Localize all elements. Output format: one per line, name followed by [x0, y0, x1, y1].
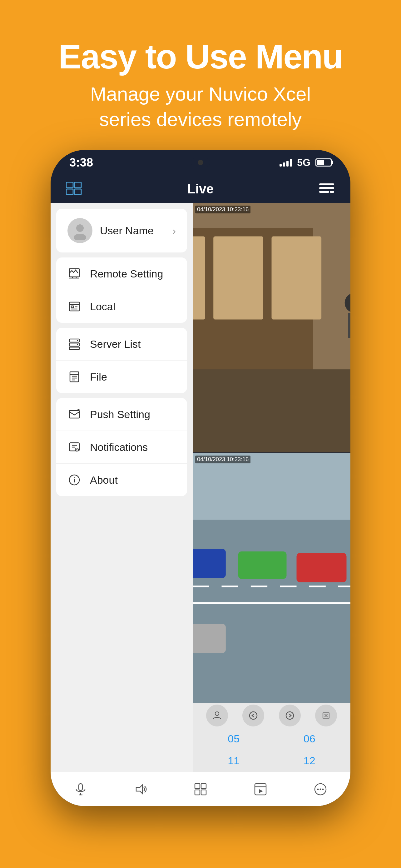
chevron-right-icon: › — [172, 225, 176, 237]
svg-rect-45 — [272, 236, 322, 319]
file-icon — [67, 370, 81, 384]
calendar-row-2: 11 12 — [193, 750, 350, 772]
controls-row — [193, 703, 350, 728]
user-left: User Name — [67, 218, 154, 243]
menu-group-2: Server List File — [56, 328, 187, 393]
cam-timestamp-bottom: 04/10/2023 10:23:16 — [195, 456, 250, 463]
back-button[interactable] — [242, 705, 264, 726]
forward-button[interactable] — [279, 705, 301, 726]
local-icon — [67, 300, 81, 313]
svg-point-62 — [286, 712, 294, 719]
menu-icon — [319, 182, 335, 196]
svg-rect-5 — [319, 187, 334, 189]
app-title: Live — [188, 182, 213, 196]
svg-point-61 — [249, 712, 257, 719]
svg-rect-71 — [201, 784, 206, 788]
server-list-label: Server List — [90, 338, 141, 350]
grid-view-button[interactable] — [66, 182, 82, 196]
network-type: 5G — [297, 157, 310, 168]
svg-point-60 — [215, 712, 219, 715]
menu-item-notifications[interactable]: Notifications — [56, 431, 187, 464]
bottom-nav — [51, 772, 350, 806]
svg-rect-21 — [69, 347, 79, 350]
camera-feed-bottom: 04/10/2023 10:23:16 — [193, 453, 350, 703]
svg-rect-57 — [193, 624, 226, 653]
battery-icon — [315, 158, 332, 166]
cal-num-06[interactable]: 06 — [304, 733, 315, 745]
svg-point-22 — [77, 340, 78, 341]
svg-point-40 — [74, 477, 75, 478]
svg-rect-46 — [193, 369, 350, 453]
mic-button[interactable] — [74, 782, 88, 796]
about-label: About — [90, 474, 118, 486]
cal-num-11[interactable]: 11 — [228, 754, 239, 767]
parking-view — [193, 453, 350, 703]
svg-point-9 — [74, 234, 86, 240]
front-camera — [198, 160, 203, 165]
warehouse-view — [193, 203, 350, 453]
playback-button[interactable] — [254, 782, 267, 796]
status-bar: 3:38 5G — [51, 150, 350, 175]
svg-point-37 — [76, 450, 77, 451]
close-button[interactable] — [315, 705, 337, 726]
svg-rect-6 — [319, 191, 329, 193]
svg-rect-4 — [319, 183, 334, 185]
svg-rect-74 — [255, 784, 266, 795]
status-right: 5G — [279, 157, 332, 168]
menu-item-about[interactable]: About — [56, 464, 187, 496]
more-button[interactable] — [313, 782, 327, 796]
calendar-row-1: 05 06 — [193, 728, 350, 750]
menu-item-remote-setting[interactable]: Remote Setting — [56, 257, 187, 290]
svg-rect-0 — [66, 182, 73, 188]
svg-rect-48 — [348, 313, 350, 338]
svg-point-8 — [76, 224, 84, 232]
status-time: 3:38 — [69, 156, 93, 169]
more-icon — [313, 782, 327, 796]
svg-rect-72 — [195, 790, 200, 795]
svg-point-80 — [322, 788, 324, 790]
app-header: Live — [51, 175, 350, 203]
remote-setting-label: Remote Setting — [90, 268, 163, 280]
menu-item-push-setting[interactable]: Push Setting — [56, 398, 187, 431]
menu-item-local[interactable]: Local — [56, 290, 187, 323]
push-setting-label: Push Setting — [90, 408, 150, 421]
promo-title: Easy to Use Menu — [0, 37, 401, 75]
menu-button[interactable] — [319, 182, 335, 196]
cal-num-05[interactable]: 05 — [228, 733, 239, 745]
grid-nav-button[interactable] — [194, 782, 207, 796]
volume-button[interactable] — [134, 782, 147, 796]
phone-shell: 3:38 5G — [51, 150, 350, 806]
svg-rect-66 — [79, 784, 82, 790]
menu-group-1: Remote Setting Local — [56, 257, 187, 323]
menu-group-3: Push Setting — [56, 398, 187, 496]
volume-icon — [134, 782, 147, 796]
avatar — [67, 218, 93, 243]
svg-marker-69 — [136, 785, 142, 794]
person-icon-button[interactable] — [206, 705, 228, 726]
server-list-icon — [67, 337, 81, 351]
svg-point-23 — [77, 344, 78, 345]
cal-num-12[interactable]: 12 — [304, 754, 315, 767]
notifications-icon — [67, 440, 81, 454]
mic-icon — [74, 782, 88, 796]
svg-marker-76 — [259, 789, 263, 793]
playback-icon — [254, 782, 267, 796]
cam-timestamp-top: 04/10/2023 10:23:16 — [195, 206, 250, 213]
svg-rect-73 — [201, 790, 206, 795]
svg-rect-2 — [66, 189, 73, 195]
svg-rect-43 — [193, 236, 205, 319]
push-setting-icon — [67, 407, 81, 421]
menu-item-file[interactable]: File — [56, 361, 187, 393]
svg-rect-54 — [296, 553, 346, 582]
remote-setting-icon — [67, 267, 81, 281]
sidebar: User Name › — [51, 203, 193, 772]
svg-rect-1 — [74, 182, 81, 188]
signal-icon — [279, 158, 292, 166]
file-label: File — [90, 371, 107, 383]
user-profile[interactable]: User Name › — [56, 209, 187, 252]
menu-item-server-list[interactable]: Server List — [56, 328, 187, 361]
svg-rect-7 — [330, 191, 334, 193]
svg-rect-52 — [193, 549, 226, 578]
grid-view-icon — [66, 182, 82, 196]
camera-feed-top: 04/10/2023 10:23:16 — [193, 203, 350, 453]
